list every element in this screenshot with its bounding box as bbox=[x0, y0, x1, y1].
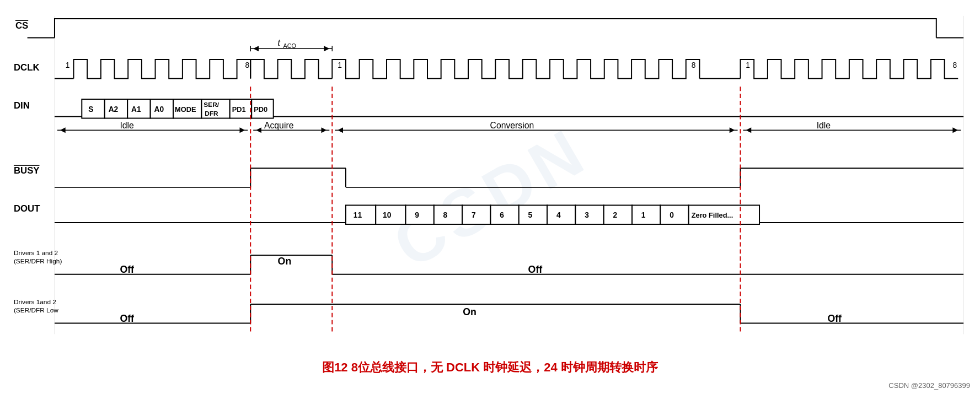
dout-7-label: 7 bbox=[472, 211, 476, 219]
dout-2-label: 2 bbox=[613, 211, 618, 219]
dout-4-box bbox=[547, 205, 575, 224]
cs-label: CS bbox=[15, 20, 28, 31]
din-ser-label: SER/ bbox=[204, 101, 219, 109]
din-pd0-label: PD0 bbox=[254, 105, 267, 114]
tacq-t: t bbox=[278, 38, 281, 47]
dout-label: DOUT bbox=[14, 203, 40, 214]
din-s-label: S bbox=[88, 105, 93, 114]
diagram-caption: 图12 8位总线接口，无 DCLK 时钟延迟，24 时钟周期转换时序 bbox=[11, 359, 969, 376]
phase-idle1-arrow-left bbox=[60, 127, 66, 133]
drv-low-off2-text: Off bbox=[827, 313, 842, 324]
cs-waveform bbox=[55, 19, 936, 38]
din-dfr-label: DFR bbox=[205, 110, 218, 117]
dout-3-label: 3 bbox=[585, 211, 589, 219]
drv-low-on-text: On bbox=[463, 306, 476, 317]
dout-11-label: 11 bbox=[354, 211, 362, 219]
din-mode-label: MODE bbox=[175, 105, 196, 114]
phase-acquire-arrow-right bbox=[322, 127, 327, 133]
dout-zerofilled-label: Zero Filled... bbox=[692, 211, 733, 219]
phase-conv-arrow-left bbox=[338, 127, 343, 133]
phase-conv-arrow-right bbox=[730, 127, 735, 133]
dclk-num-8b: 8 bbox=[692, 61, 696, 69]
dout-8-box bbox=[434, 205, 462, 224]
csdn-label: CSDN @2302_80796399 bbox=[888, 381, 970, 390]
din-a1-label: A1 bbox=[131, 105, 141, 114]
dout-0-box bbox=[660, 205, 688, 224]
dclk-label: DCLK bbox=[14, 62, 40, 73]
dclk-num-1a: 1 bbox=[66, 61, 70, 69]
dout-2-box bbox=[604, 205, 632, 224]
dclk-conversion bbox=[332, 60, 699, 79]
phase-idle2-arrow-right bbox=[952, 127, 958, 133]
timing-svg: CS DCLK bbox=[11, 6, 969, 358]
din-a2-label: A2 bbox=[109, 105, 119, 114]
dout-6-label: 6 bbox=[500, 211, 504, 219]
dout-9-box bbox=[406, 205, 434, 224]
phase-idle2-text: Idle bbox=[817, 121, 831, 130]
drv-high-off2-text: Off bbox=[528, 264, 543, 275]
dout-8-label: 8 bbox=[443, 211, 448, 219]
drv-low-off1-text: Off bbox=[120, 313, 134, 324]
driver-high-label1: Drivers 1 and 2 bbox=[14, 249, 58, 257]
dout-1-label: 1 bbox=[641, 211, 646, 219]
dout-4-label: 4 bbox=[556, 211, 561, 219]
dout-1-box bbox=[632, 205, 660, 224]
dclk-idle2 bbox=[740, 60, 958, 79]
phase-idle1-text: Idle bbox=[120, 121, 134, 130]
busy-label: BUSY bbox=[14, 165, 40, 176]
dclk-num-1c: 1 bbox=[746, 61, 750, 69]
tacq-arrow-right bbox=[324, 46, 329, 51]
drv-high-on-text: On bbox=[278, 256, 292, 267]
drv-high-off1-text: Off bbox=[120, 264, 134, 275]
dout-5-box bbox=[519, 205, 547, 224]
phase-conv-text: Conversion bbox=[490, 121, 534, 130]
phase-idle1-arrow-right bbox=[240, 127, 245, 133]
dclk-acquire bbox=[250, 60, 332, 79]
tacq-acq: ACQ bbox=[283, 42, 296, 49]
phase-idle2-arrow-left bbox=[746, 127, 751, 133]
dclk-num-8a: 8 bbox=[245, 61, 249, 69]
phase-acquire-text: Acquire bbox=[264, 121, 294, 130]
dclk-group1 bbox=[73, 60, 250, 79]
dclk-num-1b: 1 bbox=[338, 61, 342, 69]
diagram-area: CS DCLK bbox=[11, 6, 969, 358]
tacq-arrow-left bbox=[253, 46, 259, 51]
dout-7-box bbox=[462, 205, 490, 224]
driver-low-label1: Drivers 1and 2 bbox=[14, 298, 56, 306]
dout-0-label: 0 bbox=[670, 211, 674, 219]
dout-10-label: 10 bbox=[383, 211, 392, 219]
phase-acquire-arrow-left bbox=[256, 127, 261, 133]
dout-9-label: 9 bbox=[415, 211, 419, 219]
din-a0-label: A0 bbox=[154, 105, 164, 114]
main-container: CSDN CS DCLK bbox=[0, 0, 980, 394]
dout-6-box bbox=[490, 205, 518, 224]
dout-3-box bbox=[575, 205, 603, 224]
din-pd1-label: PD1 bbox=[232, 105, 246, 114]
driver-low-label2: (SER/DFR Low bbox=[14, 306, 58, 314]
dout-5-label: 5 bbox=[528, 211, 533, 219]
dclk-num-8c: 8 bbox=[952, 61, 957, 69]
din-label: DIN bbox=[14, 100, 30, 111]
